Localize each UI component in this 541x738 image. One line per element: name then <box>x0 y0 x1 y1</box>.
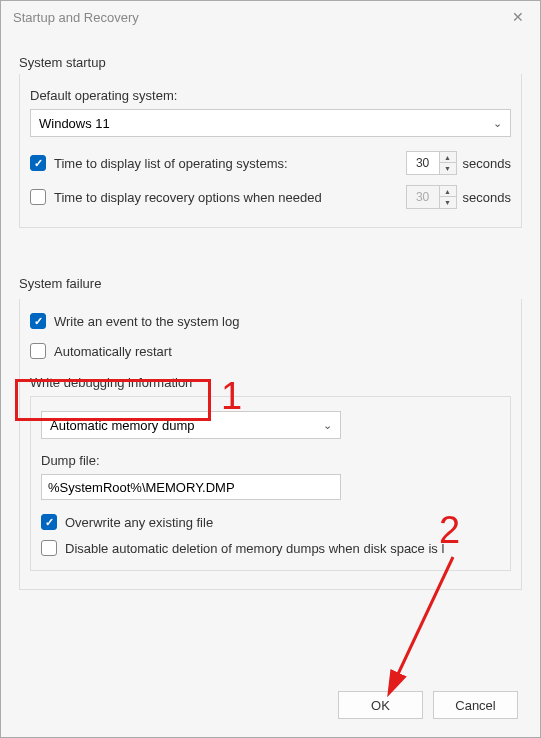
chevron-down-icon: ⌄ <box>323 419 332 432</box>
display-list-unit: seconds <box>463 156 511 171</box>
display-list-label: Time to display list of operating system… <box>54 156 288 171</box>
disable-auto-del-label: Disable automatic deletion of memory dum… <box>65 541 444 556</box>
system-startup-heading: System startup <box>19 55 522 70</box>
chevron-down-icon: ⌄ <box>493 117 502 130</box>
dump-file-value: %SystemRoot%\MEMORY.DMP <box>48 480 235 495</box>
display-list-value: 30 <box>407 152 439 174</box>
default-os-select[interactable]: Windows 11 ⌄ <box>30 109 511 137</box>
spinner-down-icon: ▼ <box>440 197 456 208</box>
dialog-footer: OK Cancel <box>338 691 518 719</box>
system-startup-group: Default operating system: Windows 11 ⌄ T… <box>19 74 522 228</box>
spinner-up-icon: ▲ <box>440 186 456 197</box>
write-event-checkbox[interactable] <box>30 313 46 329</box>
debug-type-select[interactable]: Automatic memory dump ⌄ <box>41 411 341 439</box>
display-recovery-checkbox[interactable] <box>30 189 46 205</box>
display-list-checkbox[interactable] <box>30 155 46 171</box>
auto-restart-checkbox[interactable] <box>30 343 46 359</box>
default-os-label: Default operating system: <box>30 88 511 103</box>
close-icon[interactable]: ✕ <box>508 9 528 25</box>
dump-file-input[interactable]: %SystemRoot%\MEMORY.DMP <box>41 474 341 500</box>
disable-auto-del-checkbox[interactable] <box>41 540 57 556</box>
debug-info-label: Write debugging information <box>30 375 511 390</box>
cancel-button[interactable]: Cancel <box>433 691 518 719</box>
display-recovery-label: Time to display recovery options when ne… <box>54 190 322 205</box>
auto-restart-label: Automatically restart <box>54 344 172 359</box>
overwrite-row: Overwrite any existing file <box>41 514 500 530</box>
annotation-number-2: 2 <box>439 509 460 552</box>
display-recovery-spinner: 30 ▲ ▼ <box>406 185 457 209</box>
write-event-row: Write an event to the system log <box>30 313 511 329</box>
overwrite-label: Overwrite any existing file <box>65 515 213 530</box>
spinner-up-icon[interactable]: ▲ <box>440 152 456 163</box>
display-list-spinner[interactable]: 30 ▲ ▼ <box>406 151 457 175</box>
dialog-title: Startup and Recovery <box>13 10 139 25</box>
display-recovery-unit: seconds <box>463 190 511 205</box>
display-recovery-value: 30 <box>407 186 439 208</box>
debug-type-value: Automatic memory dump <box>50 418 195 433</box>
spinner-down-icon[interactable]: ▼ <box>440 163 456 174</box>
default-os-value: Windows 11 <box>39 116 110 131</box>
auto-restart-row: Automatically restart <box>30 343 511 359</box>
ok-button[interactable]: OK <box>338 691 423 719</box>
overwrite-checkbox[interactable] <box>41 514 57 530</box>
disable-auto-del-row: Disable automatic deletion of memory dum… <box>41 540 500 556</box>
display-recovery-row: Time to display recovery options when ne… <box>30 185 511 209</box>
write-event-label: Write an event to the system log <box>54 314 239 329</box>
annotation-number-1: 1 <box>221 375 242 418</box>
display-list-row: Time to display list of operating system… <box>30 151 511 175</box>
titlebar: Startup and Recovery ✕ <box>1 1 540 33</box>
dump-file-label: Dump file: <box>41 453 500 468</box>
startup-recovery-dialog: Startup and Recovery ✕ System startup De… <box>0 0 541 738</box>
system-failure-heading: System failure <box>19 276 522 291</box>
